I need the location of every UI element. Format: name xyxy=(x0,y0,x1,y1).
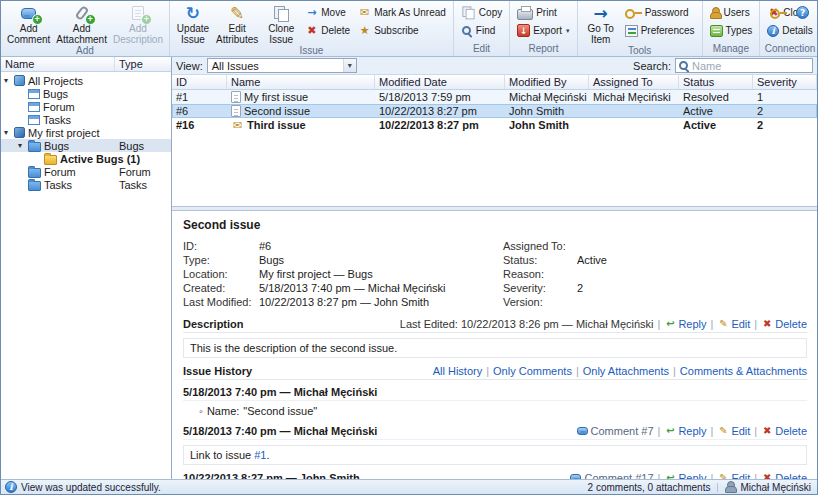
edit-attributes-icon xyxy=(230,5,244,22)
issue-details-panel: Second issue ID:#6 Assigned To: Type:Bug… xyxy=(172,211,817,479)
filter-only-attachments[interactable]: Only Attachments xyxy=(583,365,669,377)
tree-item-all-projects[interactable]: All Projects xyxy=(1,74,171,87)
reply-link[interactable]: Reply xyxy=(664,318,706,330)
cell-id: #16 xyxy=(172,119,227,131)
add-description-button[interactable]: Add Description xyxy=(110,2,166,45)
users-button[interactable]: Users xyxy=(707,5,756,20)
print-button[interactable]: Print xyxy=(514,5,572,20)
project-icon xyxy=(14,127,25,138)
expander-icon[interactable] xyxy=(4,74,14,87)
tree-item-forum-type[interactable]: Forum xyxy=(1,100,171,113)
tree-item-bugs-folder[interactable]: Bugs Bugs xyxy=(1,139,171,152)
comment-icon xyxy=(577,427,588,435)
tree-item-tasks-folder[interactable]: Tasks Tasks xyxy=(1,178,171,191)
edit-attributes-button[interactable]: Edit Attributes xyxy=(213,2,261,45)
reply-icon xyxy=(664,319,676,329)
find-button[interactable]: Find xyxy=(458,23,505,38)
sidebar-header: Name Type xyxy=(1,57,171,72)
description-header: Description xyxy=(183,318,244,330)
mark-unread-icon xyxy=(358,7,371,18)
column-header-type[interactable]: Type xyxy=(115,58,171,70)
filter-comments-attachments[interactable]: Comments & Attachments xyxy=(680,365,807,377)
export-icon xyxy=(517,24,530,37)
all-projects-icon xyxy=(14,75,25,86)
add-attachment-icon xyxy=(74,5,89,21)
export-button[interactable]: Export xyxy=(514,23,572,38)
wrench-icon[interactable] xyxy=(770,8,787,18)
column-header-modified-date[interactable]: Modified Date xyxy=(375,75,505,89)
filter-all-history[interactable]: All History xyxy=(433,365,483,377)
edit-link[interactable]: Edit xyxy=(717,318,750,330)
filter-only-comments[interactable]: Only Comments xyxy=(493,365,572,377)
reply-link[interactable]: Reply xyxy=(664,425,706,437)
column-header-modified-by[interactable]: Modified By xyxy=(505,75,589,89)
move-icon xyxy=(305,7,318,18)
cell-status: Active xyxy=(679,119,753,131)
tree-item-my-first-project[interactable]: My first project xyxy=(1,126,171,139)
column-header-status[interactable]: Status xyxy=(679,75,753,89)
issue-icon xyxy=(231,91,241,103)
cell-name: My first issue xyxy=(227,91,375,103)
search-icon xyxy=(678,60,690,72)
types-button[interactable]: Types xyxy=(707,23,756,38)
move-button[interactable]: Move xyxy=(302,5,353,20)
add-comment-button[interactable]: Add Comment xyxy=(4,2,53,45)
subscribe-icon xyxy=(358,25,371,36)
issue-row-unread[interactable]: #16 Third issue 10/22/2013 8:27 pm John … xyxy=(172,118,817,132)
cell-modified-date: 10/22/2013 8:27 pm xyxy=(375,105,505,117)
delete-button[interactable]: Delete xyxy=(302,23,353,38)
delete-link[interactable]: Delete xyxy=(761,425,807,437)
toolbar-group-tools: Go To Item Password Preferences Tools xyxy=(578,1,703,56)
go-to-item-button[interactable]: Go To Item xyxy=(581,2,621,45)
expander-icon[interactable] xyxy=(18,139,28,152)
mark-as-unread-button[interactable]: Mark As Unread xyxy=(355,5,449,20)
edit-icon xyxy=(717,426,729,436)
issue-row-selected[interactable]: #6 Second issue 10/22/2013 8:27 pm John … xyxy=(172,104,817,118)
help-icon[interactable] xyxy=(796,6,809,19)
issue-list-header: ID Name Modified Date Modified By Assign… xyxy=(172,75,817,90)
clone-issue-button[interactable]: Clone Issue xyxy=(261,2,301,45)
edit-link[interactable]: Edit xyxy=(717,472,750,479)
issue-list: ID Name Modified Date Modified By Assign… xyxy=(172,75,817,206)
history-section-header: Issue History All History Only Comments … xyxy=(183,362,807,380)
copy-button[interactable]: Copy xyxy=(458,5,505,20)
group-label-report: Report xyxy=(513,43,573,56)
status-message: View was updated successfully. xyxy=(21,482,161,493)
reply-link[interactable]: Reply xyxy=(664,472,706,479)
view-filter-select[interactable]: All Issues xyxy=(207,58,357,73)
tree-item-bugs-type[interactable]: Bugs xyxy=(1,87,171,100)
column-header-id[interactable]: ID xyxy=(172,75,227,89)
dropdown-arrow-icon xyxy=(566,27,570,35)
expander-icon[interactable] xyxy=(4,126,14,139)
password-button[interactable]: Password xyxy=(622,5,698,20)
tree-item-active-bugs-view[interactable]: Active Bugs (1) xyxy=(1,152,171,165)
add-attachment-button[interactable]: Add Attachment xyxy=(53,2,110,45)
cell-status: Active xyxy=(679,105,753,117)
attachment-counts: 2 comments, 0 attachments xyxy=(588,482,711,493)
toolbar-group-edit: Copy Find Edit xyxy=(454,1,510,56)
delete-icon xyxy=(761,319,773,329)
edit-link[interactable]: Edit xyxy=(717,425,750,437)
group-label-add: Add xyxy=(4,45,166,58)
column-header-name[interactable]: Name xyxy=(227,75,375,89)
subscribe-button[interactable]: Subscribe xyxy=(355,23,449,38)
clone-issue-icon xyxy=(274,6,289,21)
delete-link[interactable]: Delete xyxy=(761,472,807,479)
issue-link[interactable]: #1 xyxy=(254,449,266,461)
update-issue-button[interactable]: Update Issue xyxy=(173,2,213,45)
preferences-button[interactable]: Preferences xyxy=(622,23,698,38)
connection-details-button[interactable]: Details xyxy=(764,23,816,38)
current-user: Michał Męciński xyxy=(740,482,811,493)
delete-link[interactable]: Delete xyxy=(761,318,807,330)
column-header-assigned-to[interactable]: Assigned To xyxy=(589,75,679,89)
column-header-name[interactable]: Name xyxy=(1,57,115,71)
history-entry-header: 5/18/2013 7:40 pm — Michał Męciński Comm… xyxy=(183,421,807,440)
issue-row[interactable]: #1 My first issue 5/18/2013 7:59 pm Mich… xyxy=(172,90,817,104)
column-header-severity[interactable]: Severity xyxy=(753,75,817,89)
tree-item-tasks-type[interactable]: Tasks xyxy=(1,113,171,126)
tree-item-forum-folder[interactable]: Forum Forum xyxy=(1,165,171,178)
cell-name: Third issue xyxy=(227,119,375,131)
print-icon xyxy=(517,9,533,20)
cell-name: Second issue xyxy=(227,105,375,117)
search-input[interactable] xyxy=(692,60,810,72)
